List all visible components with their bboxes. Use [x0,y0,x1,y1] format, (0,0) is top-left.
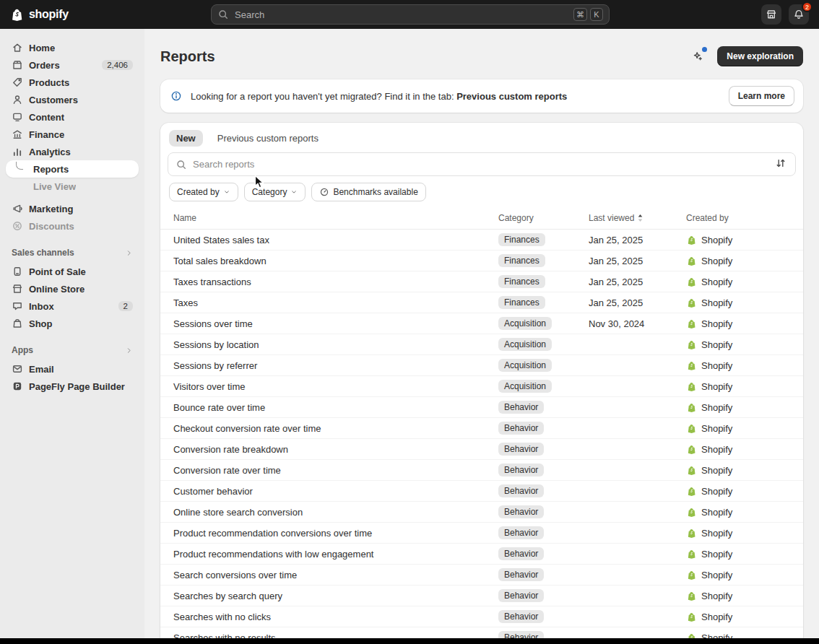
created-by-label: Shopify [701,235,732,245]
sidebar-item-online-store[interactable]: Online Store [6,280,139,297]
column-header-name[interactable]: Name [173,207,498,229]
tab-previous-custom-reports[interactable]: Previous custom reports [210,130,326,147]
column-header-last-viewed[interactable]: Last viewed [589,207,686,229]
category-cell: Behavior [498,589,589,602]
email-icon [12,363,23,375]
sidebar-item-email[interactable]: Email [6,360,139,378]
shopify-bag-icon [686,318,697,329]
created-by-cell: Shopify [686,507,792,518]
report-name[interactable]: Sessions by referrer [173,360,498,371]
report-name[interactable]: Bounce rate over time [173,402,498,413]
sidebar-item-analytics[interactable]: Analytics [6,143,139,160]
sidebar-item-orders[interactable]: Orders2,406 [6,56,139,74]
report-name[interactable]: Conversion rate over time [173,465,498,476]
category-cell: Behavior [498,610,589,623]
report-name[interactable]: Taxes [173,297,498,308]
report-row[interactable]: Product recommendation conversions over … [160,523,803,544]
report-name[interactable]: Total sales breakdown [173,256,498,266]
category-badge: Behavior [498,547,544,560]
sidebar-item-shop[interactable]: Shop [6,315,139,332]
sidebar-item-reports[interactable]: Reports [6,160,139,178]
report-row[interactable]: Visitors over timeAcquisitionShopify [160,376,803,397]
report-name[interactable]: Searches by search query [173,591,498,601]
shopify-bag-icon [686,612,697,622]
filter-label: Category [252,187,287,197]
column-header-category[interactable]: Category [498,207,589,229]
sidebar-item-label: Home [29,43,55,53]
report-name[interactable]: Product recommendation conversions over … [173,528,498,539]
sidebar-item-discounts[interactable]: Discounts [6,217,139,235]
report-name[interactable]: Customer behavior [173,486,498,497]
table-header-row: NameCategoryLast viewedCreated by [160,207,803,230]
report-row[interactable]: Customer behaviorBehaviorShopify [160,481,803,502]
sidebar-item-products[interactable]: Products [6,74,139,91]
report-row[interactable]: Searches with no clicksBehaviorShopify [160,606,803,627]
report-row[interactable]: Sessions by referrerAcquisitionShopify [160,355,803,376]
sidebar-item-inbox[interactable]: Inbox2 [6,297,139,315]
report-name[interactable]: Searches with no clicks [173,612,498,622]
report-row[interactable]: Conversion rate breakdownBehaviorShopify [160,439,803,460]
filter-created-by[interactable]: Created by [169,183,238,201]
topbar-search-input[interactable]: Search ⌘ K [211,4,610,25]
report-name[interactable]: Search conversions over time [173,570,498,580]
report-name[interactable]: Taxes transactions [173,277,498,287]
column-header-created-by[interactable]: Created by [686,207,792,229]
sidebar-section-sales-channels[interactable]: Sales channels [12,245,133,261]
tree-connector-icon [16,162,23,170]
report-name[interactable]: Visitors over time [173,381,498,392]
report-name[interactable]: Sessions by location [173,339,498,350]
sidebar-item-customers[interactable]: Customers [6,91,139,108]
sidebar-item-home[interactable]: Home [6,39,139,56]
report-row[interactable]: Checkout conversion rate over timeBehavi… [160,418,803,439]
tab-new[interactable]: New [169,130,203,147]
report-row[interactable]: Product recommendations with low engagem… [160,544,803,565]
report-name[interactable]: Conversion rate breakdown [173,444,498,455]
report-row[interactable]: Taxes transactionsFinancesJan 25, 2025Sh… [160,271,803,292]
chevron-right-icon [125,347,133,354]
sidebar-item-marketing[interactable]: Marketing [6,200,139,217]
report-row[interactable]: Searches by search queryBehaviorShopify [160,586,803,606]
report-name[interactable]: Online store search conversion [173,507,498,518]
report-row[interactable]: TaxesFinancesJan 25, 2025Shopify [160,292,803,313]
report-search-input[interactable]: Search reports [168,152,796,176]
sidebar-item-content[interactable]: Content [6,108,139,126]
sidebar-item-pagefly-page-builder[interactable]: PageFly Page Builder [6,378,139,395]
category-badge: Finances [498,275,545,288]
sort-icon [775,157,786,169]
sidebar-item-point-of-sale[interactable]: Point of Sale [6,263,139,280]
created-by-cell: Shopify [686,486,792,497]
report-row[interactable]: Search conversions over timeBehaviorShop… [160,565,803,586]
new-exploration-button[interactable]: New exploration [717,46,803,66]
report-row[interactable]: Total sales breakdownFinancesJan 25, 202… [160,251,803,271]
report-row[interactable]: Bounce rate over timeBehaviorShopify [160,397,803,418]
info-icon [170,90,182,102]
filter-label: Benchmarks available [333,187,417,197]
sidebar-item-live-view[interactable]: Live View [6,178,139,195]
report-row[interactable]: Conversion rate over timeBehaviorShopify [160,460,803,481]
notifications-button[interactable]: 2 [789,4,809,25]
category-badge: Behavior [498,484,544,497]
report-row[interactable]: Sessions by locationAcquisitionShopify [160,334,803,355]
store-button[interactable] [761,4,781,25]
report-row[interactable]: Sessions over timeAcquisitionNov 30, 202… [160,313,803,334]
k-key: K [590,8,603,21]
report-row[interactable]: Online store search conversionBehaviorSh… [160,502,803,523]
shopify-logo[interactable]: shopify [10,7,69,22]
report-row[interactable]: United States sales taxFinancesJan 25, 2… [160,230,803,251]
content-icon [12,111,23,123]
sidebar-item-finance[interactable]: Finance [6,126,139,143]
report-name[interactable]: Product recommendations with low engagem… [173,549,498,560]
report-name[interactable]: United States sales tax [173,235,498,245]
column-label: Last viewed [589,213,634,223]
filter-benchmarks-available[interactable]: Benchmarks available [311,183,425,201]
exploration-button[interactable] [687,46,708,66]
section-header-label: Apps [12,345,33,355]
sidebar-section-apps[interactable]: Apps [12,342,133,358]
report-name[interactable]: Checkout conversion rate over time [173,423,498,434]
learn-more-button[interactable]: Learn more [729,86,794,106]
finance-icon [12,129,23,140]
chevron-right-icon [125,249,133,257]
filter-category[interactable]: Category [244,183,306,201]
report-name[interactable]: Sessions over time [173,318,498,329]
sort-button[interactable] [774,156,788,173]
